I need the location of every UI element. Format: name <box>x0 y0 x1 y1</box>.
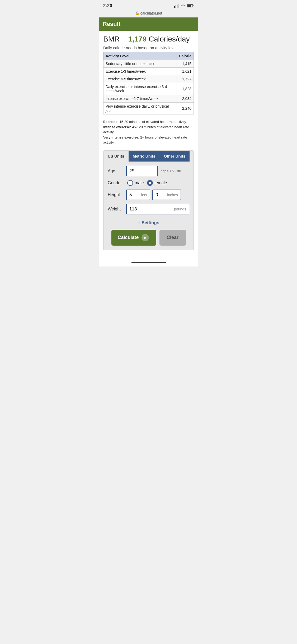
exercise-notes: Exercise: 15-30 minutes of elevated hear… <box>103 117 194 149</box>
status-icons <box>174 4 194 8</box>
male-label: male <box>135 181 144 185</box>
tab-us-units[interactable]: US Units <box>103 151 129 162</box>
action-buttons: Calculate ▶ Clear <box>103 230 194 246</box>
weight-label: Weight <box>108 207 126 211</box>
age-row: Age ages 15 - 80 <box>108 166 189 176</box>
activity-cell: Exercise 1-3 times/week <box>103 68 177 75</box>
table-row: Intense exercise 6-7 times/week 2,034 <box>103 95 194 103</box>
male-radio[interactable] <box>127 180 133 186</box>
browser-bar: 🔒 calculator.net <box>99 10 198 17</box>
result-header: Result <box>99 17 198 31</box>
male-option[interactable]: male <box>127 180 144 186</box>
table-row: Daily exercise or intense exercise 3-4 t… <box>103 83 194 95</box>
table-header-calorie: Calorie <box>177 52 194 60</box>
height-label: Height <box>108 192 126 197</box>
exercise-note: 15-30 minutes of elevated heart rate act… <box>119 120 187 124</box>
activity-cell: Sedentary: little or no exercise <box>103 60 177 68</box>
bmr-result: BMR = 1,179 Calories/day <box>103 31 194 45</box>
table-header-activity: Activity Level <box>103 52 177 60</box>
home-bar <box>131 262 166 263</box>
form-fields: Age ages 15 - 80 Gender male female <box>103 166 194 214</box>
home-indicator <box>99 255 198 266</box>
status-bar: 2:20 <box>99 0 198 10</box>
tab-metric-units[interactable]: Metric Units <box>129 151 160 162</box>
height-inputs: feet inches <box>126 190 181 200</box>
calorie-subtitle: Daily calorie needs based on activity le… <box>103 45 194 52</box>
unit-tabs: US Units Metric Units Other Units <box>103 151 194 162</box>
lock-icon: 🔒 <box>135 11 139 15</box>
inches-unit: inches <box>167 193 178 197</box>
svg-rect-1 <box>176 5 176 8</box>
settings-link[interactable]: + Settings <box>103 218 194 230</box>
weight-input[interactable] <box>129 206 166 212</box>
play-icon: ▶ <box>142 234 149 241</box>
bmr-unit: Calories/day <box>149 35 190 43</box>
gender-radio-group: male female <box>127 180 167 186</box>
age-input[interactable] <box>126 166 158 176</box>
calories-cell: 1,415 <box>177 60 194 68</box>
calculator-section: US Units Metric Units Other Units Age ag… <box>103 150 194 250</box>
calories-cell: 2,034 <box>177 95 194 103</box>
url-text: calculator.net <box>140 11 162 15</box>
inches-field: inches <box>152 190 181 200</box>
bmr-label: BMR = <box>103 35 126 43</box>
weight-unit: pounds <box>174 207 186 211</box>
status-time: 2:20 <box>103 3 112 8</box>
tab-other-units[interactable]: Other Units <box>159 151 190 162</box>
svg-rect-3 <box>178 4 179 8</box>
gender-label: Gender <box>108 181 126 185</box>
table-row: Exercise 4-5 times/week 1,727 <box>103 75 194 83</box>
female-radio[interactable] <box>147 180 153 186</box>
feet-unit: feet <box>141 193 147 197</box>
inches-input[interactable] <box>155 192 166 197</box>
calories-cell: 1,828 <box>177 83 194 95</box>
calorie-table: Activity Level Calorie Sedentary: little… <box>103 52 194 114</box>
main-content: Result BMR = 1,179 Calories/day Daily ca… <box>99 17 198 255</box>
calories-cell: 2,240 <box>177 103 194 114</box>
wifi-icon <box>181 4 185 8</box>
clear-button[interactable]: Clear <box>159 230 186 246</box>
weight-row: Weight pounds <box>108 204 189 214</box>
signal-icon <box>174 4 179 8</box>
weight-field: pounds <box>126 204 189 214</box>
calories-cell: 1,727 <box>177 75 194 83</box>
female-option[interactable]: female <box>147 180 167 186</box>
table-row: Exercise 1-3 times/week 1,621 <box>103 68 194 75</box>
svg-rect-2 <box>177 4 178 8</box>
battery-icon <box>187 4 194 8</box>
activity-cell: Exercise 4-5 times/week <box>103 75 177 83</box>
feet-field: feet <box>126 190 150 200</box>
age-range: ages 15 - 80 <box>161 169 181 173</box>
calculate-button[interactable]: Calculate ▶ <box>111 230 156 246</box>
age-label: Age <box>108 169 126 173</box>
activity-cell: Daily exercise or intense exercise 3-4 t… <box>103 83 177 95</box>
svg-rect-5 <box>193 5 194 6</box>
calories-cell: 1,621 <box>177 68 194 75</box>
activity-cell: Intense exercise 6-7 times/week <box>103 95 177 103</box>
height-row: Height feet inches <box>108 190 189 200</box>
female-label: female <box>154 181 167 185</box>
svg-rect-0 <box>174 6 175 8</box>
feet-input[interactable] <box>129 192 140 197</box>
table-row: Sedentary: little or no exercise 1,415 <box>103 60 194 68</box>
svg-rect-6 <box>187 5 191 7</box>
gender-row: Gender male female <box>108 180 189 186</box>
table-row: Very intense exercise daily, or physical… <box>103 103 194 114</box>
calculate-label: Calculate <box>118 235 139 240</box>
activity-cell: Very intense exercise daily, or physical… <box>103 103 177 114</box>
bmr-value: 1,179 <box>128 35 147 43</box>
